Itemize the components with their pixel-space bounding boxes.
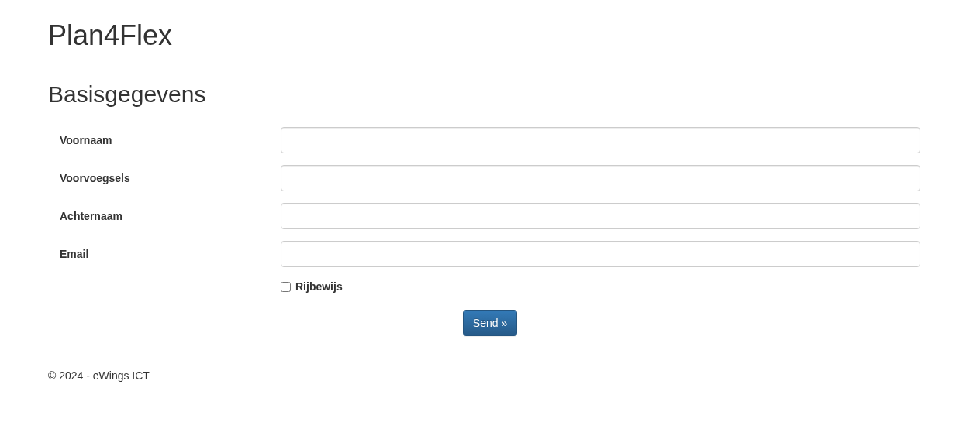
voorvoegsels-input[interactable] [281,165,920,191]
voornaam-label: Voornaam [48,132,269,148]
rijbewijs-checkbox[interactable] [281,282,291,292]
achternaam-input[interactable] [281,203,920,229]
footer-text: © 2024 - eWings ICT [48,368,932,383]
email-input[interactable] [281,241,920,267]
email-label: Email [48,246,269,262]
send-button[interactable]: Send » [463,310,517,336]
achternaam-label: Achternaam [48,208,269,224]
divider [48,352,932,352]
app-title: Plan4Flex [48,15,932,55]
voorvoegsels-label: Voorvoegsels [48,170,269,186]
rijbewijs-label: Rijbewijs [295,279,343,294]
voornaam-input[interactable] [281,127,920,153]
page-heading: Basisgegevens [48,78,932,112]
